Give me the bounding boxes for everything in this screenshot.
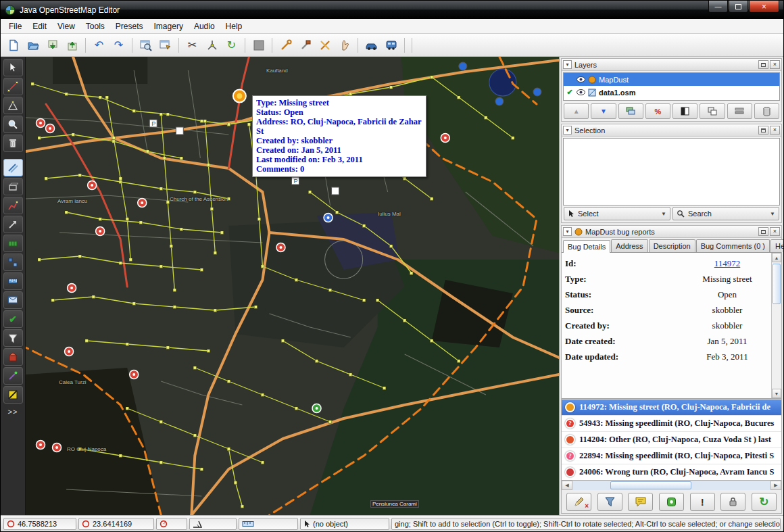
upload-data-button[interactable] <box>63 36 81 54</box>
search-objects-button[interactable] <box>137 36 155 54</box>
preferences-button[interactable] <box>156 36 174 54</box>
merge-tool-button[interactable] <box>276 36 295 54</box>
visibility-eye-icon[interactable] <box>577 76 585 82</box>
detach-panel-button[interactable] <box>758 126 768 135</box>
align-nodes-tool[interactable] <box>3 253 23 271</box>
menu-audio[interactable]: Audio <box>189 20 220 33</box>
select-tool[interactable] <box>3 59 23 76</box>
routing-transit-button[interactable] <box>382 36 400 54</box>
follow-line-tool[interactable] <box>3 197 23 214</box>
tab-description[interactable]: Description <box>649 239 695 252</box>
layer-move-down-button[interactable]: ▼ <box>591 103 616 119</box>
selected-bug-marker[interactable] <box>233 90 246 103</box>
align-tool-button[interactable] <box>296 36 314 54</box>
detach-panel-button[interactable] <box>758 227 768 236</box>
minimize-button[interactable]: — <box>708 1 728 13</box>
terrace-tool[interactable] <box>3 235 23 252</box>
bug-list-horizontal-scrollbar[interactable]: ◀ ▶ <box>562 480 781 490</box>
layer-row-data1[interactable]: ✔ data1.osm <box>564 86 779 99</box>
improve-way-accuracy-tool[interactable] <box>3 97 23 114</box>
close-panel-button[interactable]: × <box>770 60 780 69</box>
refresh-bugs-button[interactable]: ↻ <box>752 493 777 511</box>
menu-tools[interactable]: Tools <box>80 20 110 33</box>
layer-opacity-button[interactable]: % <box>645 103 670 119</box>
bug-id-link[interactable]: 114972 <box>673 258 781 269</box>
update-data-button[interactable]: ↻ <box>222 36 241 54</box>
scroll-up-icon[interactable]: ▲ <box>772 253 781 262</box>
menu-edit[interactable]: Edit <box>27 20 52 33</box>
pan-button[interactable] <box>335 36 353 54</box>
layer-settings-button[interactable] <box>727 103 752 119</box>
bug-list-item[interactable]: ? 22894: Missing speedlimit (RO, Cluj-Na… <box>562 448 781 464</box>
scroll-down-icon[interactable]: ▼ <box>772 389 781 398</box>
menu-help[interactable]: Help <box>220 20 248 33</box>
duplicate-layer-button[interactable] <box>700 103 725 119</box>
draw-way-tool[interactable] <box>3 78 23 95</box>
search-dropdown-button[interactable]: Search ▼ <box>672 207 779 220</box>
tab-bug-comments[interactable]: Bug Comments (0 ) <box>696 239 770 252</box>
bug-list-item[interactable]: 114972: Missing street (RO, Cluj-Napoca,… <box>562 399 781 415</box>
layer-dim-button[interactable] <box>672 103 697 119</box>
visibility-eye-icon[interactable] <box>577 89 585 95</box>
close-button[interactable]: × <box>749 1 779 13</box>
measure-tool[interactable] <box>3 272 23 290</box>
tab-bug-details[interactable]: Bug Details <box>563 240 610 253</box>
download-data-button[interactable] <box>43 36 62 54</box>
contour-merge-tool[interactable] <box>3 386 23 404</box>
close-bug-button[interactable] <box>720 493 745 511</box>
routing-car-button[interactable] <box>362 36 381 54</box>
invalidate-bug-button[interactable]: ! <box>690 493 715 511</box>
selection-list[interactable] <box>563 138 780 205</box>
delete-tool[interactable] <box>3 135 23 152</box>
scroll-thumb[interactable] <box>610 481 691 489</box>
menu-view[interactable]: View <box>52 20 80 33</box>
layer-row-mapdust[interactable]: MapDust <box>564 73 779 86</box>
filter-bugs-button[interactable] <box>597 493 622 511</box>
collapse-icon[interactable]: ▾ <box>563 60 572 69</box>
menu-presets[interactable]: Presets <box>110 20 149 33</box>
undo-button[interactable]: ↶ <box>90 36 108 54</box>
details-vertical-scrollbar[interactable]: ▲ ▼ <box>771 253 781 398</box>
collapse-icon[interactable]: ▾ <box>563 126 572 135</box>
split-way-button[interactable]: ✂ <box>183 36 201 54</box>
bug-list-item[interactable]: ? 54943: Missing speedlimit (RO, Cluj-Na… <box>562 415 781 431</box>
imagery-button[interactable] <box>249 36 268 54</box>
new-layer-button[interactable] <box>4 36 22 54</box>
building-tool[interactable] <box>3 348 23 366</box>
open-file-button[interactable] <box>24 36 42 54</box>
scroll-thumb[interactable] <box>773 264 781 304</box>
extrude-tool[interactable] <box>3 178 23 195</box>
tab-help[interactable]: Help <box>770 239 784 252</box>
comment-bug-button[interactable] <box>628 493 653 511</box>
copy-coordinates-tool[interactable] <box>3 216 23 233</box>
reopen-bug-button[interactable] <box>659 493 684 511</box>
menu-file[interactable]: File <box>3 20 27 33</box>
select-dropdown-button[interactable]: Select ▼ <box>564 207 670 220</box>
bug-list-item[interactable]: 114204: Other (RO, Cluj-Napoca, Cuza Vod… <box>562 431 781 448</box>
more-tools-button[interactable]: >> <box>8 408 18 416</box>
wand-tool[interactable] <box>3 367 23 385</box>
combine-way-button[interactable] <box>203 36 221 54</box>
menu-imagery[interactable]: Imagery <box>149 20 189 33</box>
add-bug-button[interactable]: × <box>566 493 591 511</box>
layer-move-up-button[interactable]: ▲ <box>564 103 589 119</box>
merge-layer-button[interactable] <box>618 103 643 119</box>
detach-panel-button[interactable] <box>758 60 768 69</box>
close-panel-button[interactable]: × <box>770 227 780 236</box>
parallel-way-tool[interactable] <box>3 159 23 176</box>
collapse-icon[interactable]: ▾ <box>563 227 572 236</box>
delete-layer-button[interactable] <box>754 103 779 119</box>
filter-tool[interactable] <box>3 329 23 347</box>
validate-tool[interactable]: ✔ <box>3 310 23 328</box>
map-canvas[interactable]: P P <box>26 57 559 515</box>
bug-list-item[interactable]: 24006: Wrong turn (RO, Cluj-Napoca, Avra… <box>562 464 781 480</box>
scroll-right-icon[interactable]: ▶ <box>770 481 781 490</box>
redo-button[interactable]: ↷ <box>109 36 128 54</box>
zoom-tool[interactable] <box>3 116 23 133</box>
tab-address[interactable]: Address <box>611 239 647 252</box>
orthogonalize-tool-button[interactable] <box>316 36 334 54</box>
close-panel-button[interactable]: × <box>770 126 780 135</box>
scroll-left-icon[interactable]: ◀ <box>562 481 572 490</box>
maximize-button[interactable] <box>729 1 748 13</box>
message-tool[interactable] <box>3 291 23 309</box>
